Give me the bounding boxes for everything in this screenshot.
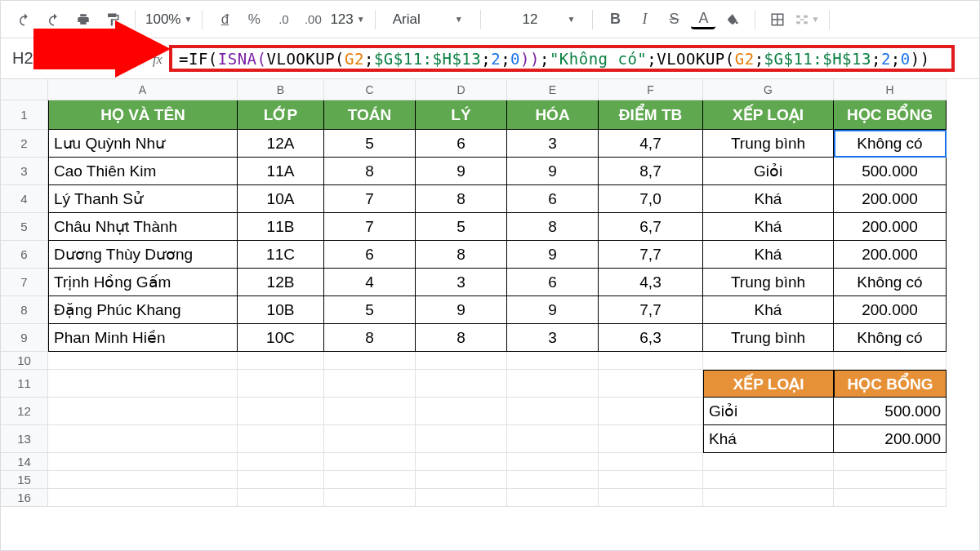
cell[interactable]: 11C — [238, 241, 324, 269]
lookup-header-cell[interactable]: XẾP LOẠI — [703, 370, 834, 398]
cell[interactable]: 200.000 — [834, 213, 947, 241]
row-header-7[interactable]: 7 — [1, 269, 48, 296]
borders-button[interactable] — [765, 7, 790, 32]
cell[interactable]: 9 — [507, 158, 599, 185]
strikethrough-button[interactable]: S — [662, 7, 686, 32]
cell[interactable]: 11B — [238, 213, 324, 241]
cell[interactable]: 7,7 — [599, 296, 703, 324]
row-header-8[interactable]: 8 — [1, 296, 48, 324]
cell[interactable] — [324, 471, 416, 489]
cell[interactable]: 8 — [507, 213, 599, 241]
cell[interactable]: Lưu Quỳnh Như — [48, 130, 238, 158]
cell[interactable]: 4,3 — [599, 269, 703, 296]
row-header-1[interactable]: 1 — [1, 100, 48, 130]
cell[interactable] — [416, 352, 507, 370]
cell[interactable]: Trung bình — [703, 324, 834, 352]
cell[interactable]: 200.000 — [834, 185, 947, 213]
row-header-11[interactable]: 11 — [1, 370, 48, 398]
cell[interactable]: Dương Thùy Dương — [48, 241, 238, 269]
cell[interactable]: Không có — [834, 269, 947, 296]
cell[interactable] — [238, 352, 324, 370]
cell[interactable] — [238, 471, 324, 489]
lookup-cell[interactable]: Giỏi — [703, 398, 834, 425]
cell[interactable]: 9 — [416, 296, 507, 324]
col-header-G[interactable]: G — [703, 79, 834, 100]
col-header-C[interactable]: C — [324, 79, 416, 100]
row-header-2[interactable]: 2 — [1, 130, 48, 158]
cell[interactable]: Trung bình — [703, 130, 834, 158]
cell[interactable]: 12A — [238, 130, 324, 158]
cell[interactable]: Cao Thiên Kim — [48, 158, 238, 185]
cell[interactable]: Lý Thanh Sử — [48, 185, 238, 213]
cell[interactable] — [416, 425, 507, 453]
lookup-cell[interactable]: Khá — [703, 425, 834, 453]
row-header-16[interactable]: 16 — [1, 489, 48, 507]
cell[interactable] — [599, 370, 703, 398]
cell[interactable]: 4 — [324, 269, 416, 296]
cell[interactable] — [416, 489, 507, 507]
cell[interactable]: 10C — [238, 324, 324, 352]
cell[interactable]: Khá — [703, 185, 834, 213]
percent-button[interactable]: % — [242, 7, 266, 32]
cell[interactable]: 9 — [507, 241, 599, 269]
lookup-cell[interactable]: 500.000 — [834, 398, 947, 425]
cell[interactable] — [834, 453, 947, 471]
increase-decimal-button[interactable]: .00 — [301, 7, 325, 32]
cell[interactable] — [238, 398, 324, 425]
formula-bar[interactable]: = IF ( ISNA ( VLOOKUP ( G2 ; $G$11:$H$13… — [169, 45, 955, 72]
cell[interactable] — [324, 453, 416, 471]
cell[interactable] — [48, 352, 238, 370]
cell[interactable]: Khá — [703, 296, 834, 324]
cell[interactable]: 8 — [416, 324, 507, 352]
cell[interactable]: 3 — [416, 269, 507, 296]
cell[interactable] — [834, 471, 947, 489]
font-size-dropdown[interactable]: 12▼ — [491, 8, 583, 31]
cell[interactable] — [324, 489, 416, 507]
cell[interactable]: 200.000 — [834, 296, 947, 324]
cell[interactable] — [599, 471, 703, 489]
cell[interactable]: 11A — [238, 158, 324, 185]
lookup-header-cell[interactable]: HỌC BỔNG — [834, 370, 947, 398]
cell[interactable]: 8 — [324, 324, 416, 352]
header-cell[interactable]: LỚP — [238, 100, 324, 130]
cell[interactable] — [507, 471, 599, 489]
header-cell[interactable]: HỌ VÀ TÊN — [48, 100, 238, 130]
cell[interactable]: 6,3 — [599, 324, 703, 352]
cell[interactable]: Phan Minh Hiền — [48, 324, 238, 352]
text-color-button[interactable]: A — [691, 10, 715, 29]
cell[interactable]: 5 — [416, 213, 507, 241]
cell[interactable] — [238, 453, 324, 471]
row-header-14[interactable]: 14 — [1, 453, 48, 471]
cell[interactable]: 200.000 — [834, 241, 947, 269]
cell[interactable] — [834, 352, 947, 370]
cell[interactable] — [703, 453, 834, 471]
cell[interactable] — [48, 471, 238, 489]
header-cell[interactable]: HỌC BỔNG — [834, 100, 947, 130]
cell[interactable] — [507, 398, 599, 425]
col-header-F[interactable]: F — [599, 79, 703, 100]
decrease-decimal-button[interactable]: .0 — [271, 7, 296, 32]
cell[interactable] — [507, 453, 599, 471]
cell[interactable]: Khá — [703, 213, 834, 241]
cell[interactable] — [238, 425, 324, 453]
cell[interactable] — [48, 453, 238, 471]
cell[interactable] — [238, 370, 324, 398]
cell[interactable]: 8 — [324, 158, 416, 185]
col-header-A[interactable]: A — [48, 79, 238, 100]
cell[interactable]: 6 — [324, 241, 416, 269]
cell[interactable]: 8,7 — [599, 158, 703, 185]
cell[interactable] — [416, 453, 507, 471]
cell[interactable] — [599, 489, 703, 507]
lookup-cell[interactable]: 200.000 — [834, 425, 947, 453]
font-family-dropdown[interactable]: Arial▼ — [385, 8, 470, 31]
col-header-E[interactable]: E — [507, 79, 599, 100]
fill-color-button[interactable] — [720, 7, 745, 32]
row-header-3[interactable]: 3 — [1, 158, 48, 185]
cell[interactable] — [703, 352, 834, 370]
cell[interactable]: 12B — [238, 269, 324, 296]
cell[interactable] — [416, 370, 507, 398]
cell[interactable]: Châu Nhựt Thành — [48, 213, 238, 241]
cell[interactable]: Không có — [834, 324, 947, 352]
cell[interactable] — [48, 370, 238, 398]
cell[interactable] — [48, 489, 238, 507]
